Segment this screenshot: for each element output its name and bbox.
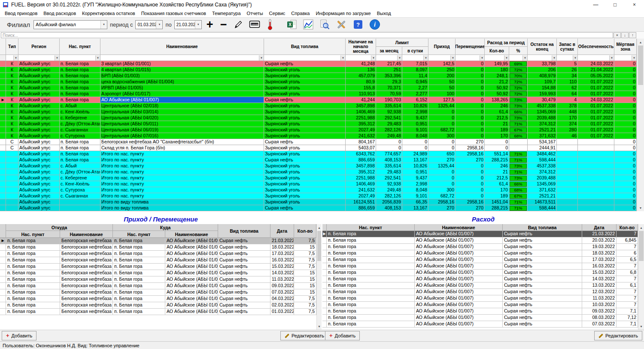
cell[interactable]: 0 [456, 181, 485, 187]
cell[interactable]: 1345,069 [528, 181, 557, 187]
cell[interactable]: Итого по нас. пункту [100, 187, 264, 193]
cell[interactable]: Сырая нефть [503, 282, 582, 289]
fuel-table-row[interactable]: Абыйский улусс. Кенг-КюёльИтого по нас. … [0, 181, 644, 187]
cell[interactable]: ИРВП (АБЫ 01/005) [100, 85, 264, 91]
cell[interactable]: п. Белая гора [327, 263, 415, 270]
cell[interactable]: 14.03.2022 [582, 276, 617, 282]
cell[interactable] [578, 139, 614, 145]
column-header-limit-day[interactable]: в сутки [402, 47, 428, 55]
cell[interactable]: 292,541 [376, 175, 402, 181]
cell[interactable]: 9,437 [402, 175, 428, 181]
rashod-edit-button[interactable]: Редактировать [594, 331, 642, 340]
cell[interactable]: 0 [456, 121, 485, 127]
cell[interactable]: АО Абыйское (АБЫ 01/007) [415, 289, 503, 295]
cell[interactable]: п. Белая гора [60, 139, 100, 145]
table-row[interactable]: п. Белая гораАО Абыйское (АБЫ 01/007)Сыр… [322, 263, 644, 270]
cell[interactable]: Абыйский улус [18, 187, 60, 193]
cell[interactable]: с. Сутуроха [60, 133, 100, 139]
cell[interactable]: 7,5 [294, 309, 316, 315]
cell[interactable]: 4537,338 [528, 103, 557, 109]
cell[interactable]: Белогорская нефтебаза АО "Саханефтегазсб… [100, 139, 264, 145]
help-button[interactable]: ? [351, 18, 365, 31]
column-filter[interactable]: ▼ [376, 55, 402, 61]
cell[interactable]: К [6, 133, 18, 139]
cell[interactable]: 2,998 [402, 109, 428, 115]
cell[interactable]: Центральная (АБЫ 05/011) [100, 121, 264, 127]
chart-button[interactable] [301, 18, 315, 31]
cell[interactable]: АО Абыйское (АБЫ 01/007) [165, 309, 218, 315]
table-row[interactable]: п. Белая гораАО Абыйское (АБЫ 01/007)Сыр… [322, 276, 644, 282]
cell[interactable] [578, 145, 614, 151]
cell[interactable]: п. Белая гора [327, 308, 415, 315]
cell[interactable]: 10,826 [402, 163, 428, 169]
cell[interactable]: 01.07.2022 [578, 133, 614, 139]
cell[interactable]: 2958,16 [428, 199, 456, 205]
scroll-up-icon[interactable]: ▲ [317, 224, 322, 231]
cell[interactable]: 1406,469 [346, 109, 376, 115]
cell[interactable]: п. Белая гора [6, 257, 60, 264]
cell[interactable]: 288,215 [485, 157, 509, 163]
scroll-down-icon[interactable]: ▼ [637, 204, 644, 211]
cell[interactable]: АО Абыйское (АБЫ 01/007) [165, 244, 218, 251]
cell[interactable]: 71% [509, 199, 528, 205]
cell[interactable]: 7,1 [617, 321, 638, 328]
cell[interactable] [557, 205, 578, 211]
cell[interactable]: 21.03.2022 [270, 238, 294, 244]
cell[interactable]: 7 [617, 231, 638, 237]
cell[interactable]: 251 [376, 67, 402, 73]
preview-report-button[interactable] [318, 18, 331, 31]
info-button[interactable]: i [368, 18, 382, 31]
cell[interactable] [557, 199, 578, 205]
cell[interactable]: АО Абыйское (АБЫ 01/007) [415, 270, 503, 276]
cell[interactable]: 371,632 [528, 133, 557, 139]
cell[interactable]: К [6, 115, 18, 121]
cell[interactable]: 0 [456, 79, 485, 85]
fuel-table-row[interactable]: Абыйский улусИтого по виду топливаЗырянс… [0, 199, 644, 205]
cell[interactable]: 371,632 [528, 187, 557, 193]
cell[interactable]: 0 [614, 61, 637, 67]
cell[interactable]: с. Дёку (Отток-Атах) [60, 121, 100, 127]
cell[interactable]: 0 [614, 127, 637, 133]
cell[interactable]: Центральная (АБЫ 06/019) [100, 127, 264, 133]
column-filter[interactable]: ▼ [100, 55, 264, 61]
cell[interactable]: Сырая нефть [218, 309, 270, 315]
cell[interactable]: Сырая нефть [503, 270, 582, 276]
cell[interactable]: Зырянский уголь [264, 127, 346, 133]
cell[interactable] [557, 169, 578, 175]
column-header-prihod[interactable]: Приход [428, 39, 456, 55]
cell[interactable]: п. Белая гора [113, 309, 165, 315]
cell[interactable]: 2251,988 [346, 115, 376, 121]
cell[interactable]: 0 [456, 163, 485, 169]
fuel-table-row[interactable]: КАбыйский улусп. Белая гора3 квартал (АБ… [0, 61, 644, 67]
cell[interactable]: 250 [428, 67, 456, 73]
fuel-table-row[interactable]: КАбыйский улусс. СыаганнахЦентральная (А… [0, 127, 644, 133]
cell[interactable]: Итого по виду топлива [100, 205, 264, 211]
cell[interactable]: 270 [428, 157, 456, 163]
cell[interactable]: 0 [456, 175, 485, 181]
cell[interactable]: 67% [509, 127, 528, 133]
cell[interactable]: цеха водоснабжения (АБЫ 01/004) [100, 79, 264, 85]
cell[interactable]: 20.03.2022 [582, 237, 617, 244]
cell[interactable]: Абыйский улус [18, 121, 60, 127]
prihod-table-scrollbar[interactable]: ▲ ▼ [316, 224, 322, 330]
fuel-table-row[interactable]: Абыйский улусс. КебергенеИтого по нас. п… [0, 175, 644, 181]
cell[interactable] [557, 157, 578, 163]
cell[interactable]: 7,5 [294, 238, 316, 244]
cell[interactable]: 01.07.2022 [578, 121, 614, 127]
cell[interactable]: 335,614 [376, 163, 402, 169]
cell[interactable]: Сырая нефть [264, 157, 346, 163]
column-header-peremeshchenie[interactable]: Перемещение [456, 39, 485, 55]
cell[interactable]: АО Абыйское (АБЫ 01/007) [415, 250, 503, 257]
cell[interactable]: 408,153 [376, 157, 402, 163]
cell[interactable]: п. Белая гора [113, 276, 165, 283]
cell[interactable]: 7 [617, 276, 638, 282]
cell[interactable]: 41,248 [346, 61, 376, 67]
cell[interactable]: 2521,21 [528, 193, 557, 199]
menu-korrektirovka-ostatkov[interactable]: Корректировка остатков [79, 11, 138, 16]
cell[interactable]: Абыйский улус [18, 79, 60, 85]
table-row[interactable]: п. Белая гораАО Абыйское (АБЫ 01/007)Сыр… [322, 308, 644, 315]
cell[interactable]: 66% [509, 109, 528, 115]
cell[interactable]: К [6, 67, 18, 73]
fuel-table-row[interactable]: САбыйский улусп. Белая гораБелогорская н… [0, 139, 644, 145]
cell[interactable]: 7 [617, 244, 638, 250]
